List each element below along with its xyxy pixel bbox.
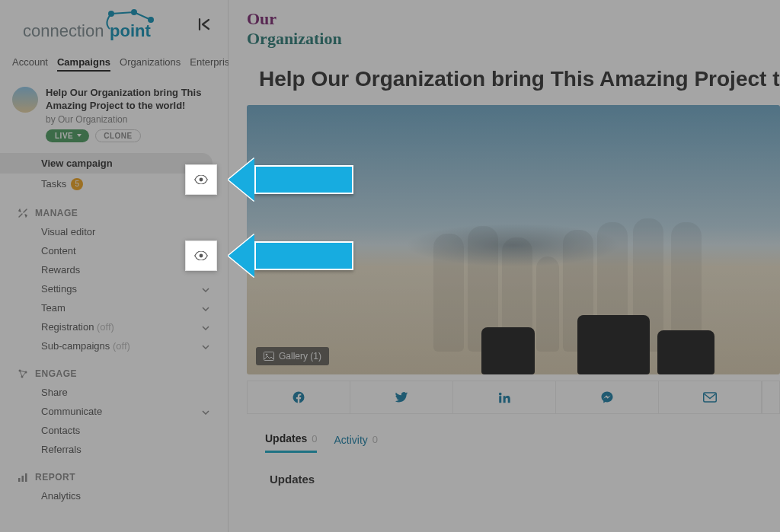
updates-heading: Updates	[229, 453, 780, 486]
svg-rect-9	[22, 476, 24, 482]
collapse-icon	[197, 18, 213, 31]
nav-visual-editor[interactable]: Visual editor	[0, 222, 228, 241]
svg-point-15	[200, 254, 203, 258]
campaign-byline: by Our Organization	[46, 114, 216, 125]
page-title: Help Our Organization bring This Amazing…	[229, 67, 780, 105]
campaign-title: Help Our Organization bring This Amazing…	[46, 87, 216, 113]
chevron-down-icon	[202, 406, 209, 417]
annotation-arrow-1	[229, 158, 353, 201]
status-live-badge[interactable]: LIVE	[46, 129, 89, 142]
caret-down-icon	[77, 134, 82, 137]
svg-point-12	[266, 354, 268, 356]
nav-sub-campaigns[interactable]: Sub-campaigns (off)	[0, 336, 228, 355]
tools-icon	[17, 207, 29, 219]
section-report-header: REPORT	[0, 459, 228, 486]
tab-activity[interactable]: Activity0	[334, 432, 378, 453]
share-more[interactable]	[762, 381, 780, 414]
svg-point-14	[200, 178, 203, 182]
share-facebook[interactable]	[247, 381, 350, 414]
section-engage-header: ENGAGE	[0, 355, 228, 383]
campaign-thumbnail	[12, 87, 38, 113]
svg-text:connection: connection	[23, 21, 104, 40]
nav-registration[interactable]: Registration (off)	[0, 317, 228, 336]
tab-campaigns[interactable]: Campaigns	[57, 56, 110, 72]
tab-account[interactable]: Account	[12, 56, 48, 72]
org-title-line1: Our	[247, 9, 762, 29]
nav-communicate[interactable]: Communicate	[0, 402, 228, 421]
preview-eye-visual-editor[interactable]	[185, 241, 217, 271]
collapse-sidebar-button[interactable]	[194, 14, 216, 37]
nav-analytics[interactable]: Analytics	[0, 486, 228, 505]
share-messenger[interactable]	[556, 381, 659, 414]
gallery-badge[interactable]: Gallery (1)	[256, 347, 329, 365]
tasks-count-badge: 5	[71, 178, 83, 190]
network-icon	[17, 368, 29, 380]
tab-updates[interactable]: Updates0	[265, 432, 317, 453]
section-manage-header: MANAGE	[0, 195, 228, 222]
logo: connection point	[12, 8, 165, 44]
org-title-line2: Organization	[247, 29, 762, 49]
org-header: Our Organization	[229, 0, 780, 53]
messenger-icon	[600, 390, 614, 404]
tab-organizations[interactable]: Organizations	[120, 56, 181, 72]
content-tabs: Updates0 Activity0	[229, 414, 780, 453]
nav-share[interactable]: Share	[0, 383, 228, 402]
image-icon	[264, 352, 274, 361]
facebook-icon	[292, 390, 305, 404]
nav-view-campaign[interactable]: View campaign	[0, 153, 213, 174]
email-icon	[703, 392, 717, 403]
share-twitter[interactable]	[350, 381, 453, 414]
annotation-arrow-2	[229, 234, 353, 277]
svg-rect-11	[264, 352, 274, 361]
nav-team[interactable]: Team	[0, 298, 228, 317]
eye-icon	[194, 251, 208, 260]
eye-icon	[194, 175, 208, 184]
nav-contacts[interactable]: Contacts	[0, 421, 228, 440]
share-linkedin[interactable]	[453, 381, 556, 414]
svg-text:point: point	[110, 21, 151, 40]
chevron-down-icon	[202, 340, 209, 352]
svg-rect-10	[25, 473, 27, 482]
chevron-down-icon	[202, 283, 209, 295]
campaign-summary: Help Our Organization bring This Amazing…	[0, 79, 228, 145]
chevron-down-icon	[202, 321, 209, 333]
preview-eye-view-campaign[interactable]	[185, 164, 217, 195]
share-row	[247, 381, 780, 414]
share-email[interactable]	[659, 381, 762, 414]
svg-rect-8	[18, 478, 21, 482]
chevron-down-icon	[202, 302, 209, 314]
primary-tabs: Account Campaigns Organizations Enterpri…	[0, 50, 228, 79]
svg-rect-13	[704, 393, 717, 402]
twitter-icon	[395, 390, 408, 404]
linkedin-icon	[497, 390, 511, 404]
nav-referrals[interactable]: Referrals	[0, 440, 228, 459]
bar-chart-icon	[17, 471, 29, 483]
nav-settings[interactable]: Settings	[0, 279, 228, 298]
clone-button[interactable]: CLONE	[95, 129, 141, 142]
